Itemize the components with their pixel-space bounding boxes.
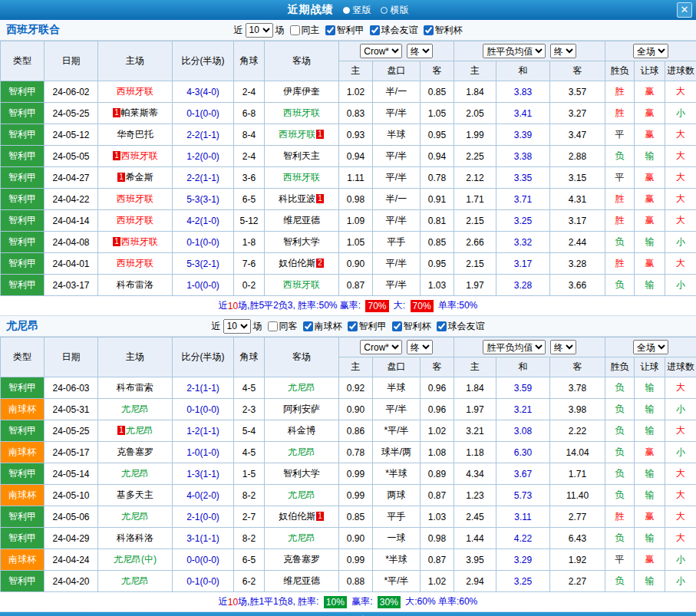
home-team[interactable]: 西班牙联: [98, 81, 173, 103]
avg-final-select[interactable]: 终: [550, 44, 576, 58]
away-team[interactable]: 科金博: [265, 420, 339, 442]
filter-checkbox-1[interactable]: 南球杯: [303, 320, 342, 333]
match-score[interactable]: 1-0(1-0): [173, 442, 234, 463]
close-icon[interactable]: ✕: [677, 2, 692, 18]
filter-checkbox-0[interactable]: 同客: [268, 320, 298, 333]
home-team[interactable]: 西班牙联: [98, 210, 173, 232]
home-team[interactable]: 1尤尼昂: [98, 420, 173, 442]
home-team[interactable]: 尤尼昂: [98, 506, 173, 528]
filter-checkbox-1[interactable]: 智利甲: [325, 24, 364, 37]
league-badge: 智利甲: [1, 124, 45, 146]
radio-selected-icon[interactable]: [343, 7, 350, 14]
checkbox-input[interactable]: [268, 321, 278, 331]
radio-unselected-icon[interactable]: [381, 7, 388, 14]
home-team[interactable]: 1西班牙联: [98, 232, 173, 253]
home-team[interactable]: 克鲁塞罗: [98, 442, 173, 463]
checkbox-input[interactable]: [424, 25, 434, 35]
match-score[interactable]: 0-1(0-0): [173, 571, 234, 592]
filter-checkbox-2[interactable]: 智利甲: [348, 320, 387, 333]
scope-select[interactable]: 全场: [633, 340, 668, 354]
away-team[interactable]: 智利大学: [265, 463, 339, 485]
away-team[interactable]: 西班牙联: [265, 167, 339, 189]
away-team[interactable]: 尤尼昂: [265, 485, 339, 506]
match-score[interactable]: 2-1(0-0): [173, 506, 234, 528]
recent-count-select[interactable]: 10: [223, 319, 251, 334]
home-team[interactable]: 尤尼昂: [98, 463, 173, 485]
away-team[interactable]: 维尼亚德: [265, 210, 339, 232]
home-team[interactable]: 西班牙联: [98, 253, 173, 275]
filter-checkbox-3[interactable]: 智利杯: [392, 320, 431, 333]
away-team[interactable]: 阿利安萨: [265, 399, 339, 420]
away-team[interactable]: 科比亚波1: [265, 189, 339, 210]
home-team[interactable]: 华奇巴托: [98, 124, 173, 146]
away-team[interactable]: 智利大学: [265, 232, 339, 253]
away-team[interactable]: 维尼亚德: [265, 571, 339, 592]
home-team[interactable]: 科洛科洛: [98, 528, 173, 549]
match-score[interactable]: 1-2(0-0): [173, 146, 234, 167]
home-team[interactable]: 尤尼昂: [98, 571, 173, 592]
radio-horizontal-layout[interactable]: 横版: [381, 4, 409, 17]
home-team[interactable]: 科布雷索: [98, 377, 173, 399]
match-score[interactable]: 2-1(1-1): [173, 377, 234, 399]
away-team[interactable]: 奴伯伦斯2: [265, 253, 339, 275]
checkbox-input[interactable]: [303, 321, 313, 331]
checkbox-input[interactable]: [370, 25, 380, 35]
home-team[interactable]: 科布雷洛: [98, 275, 173, 296]
away-team[interactable]: 克鲁塞罗: [265, 549, 339, 571]
checkbox-input[interactable]: [348, 321, 358, 331]
away-team[interactable]: 尤尼昂: [265, 442, 339, 463]
away-team[interactable]: 西班牙联: [265, 275, 339, 296]
home-team[interactable]: 西班牙联: [98, 189, 173, 210]
avg-odds-select[interactable]: 胜平负均值: [483, 44, 546, 58]
odds-final-select[interactable]: 终: [407, 44, 433, 58]
home-team[interactable]: 1希金斯: [98, 167, 173, 189]
match-score[interactable]: 0-1(0-0): [173, 399, 234, 420]
avg-odds-select[interactable]: 胜平负均值: [483, 340, 546, 354]
match-score[interactable]: 1-2(1-1): [173, 420, 234, 442]
match-score[interactable]: 0-1(0-0): [173, 232, 234, 253]
result-handicap: 输: [635, 377, 665, 399]
home-team[interactable]: 1西班牙联: [98, 146, 173, 167]
match-score[interactable]: 3-1(1-1): [173, 528, 234, 549]
away-team[interactable]: 西班牙联1: [265, 124, 339, 146]
filter-checkbox-4[interactable]: 球会友谊: [437, 320, 485, 333]
away-team[interactable]: 奴伯伦斯1: [265, 506, 339, 528]
radio-vertical-layout[interactable]: 竖版: [343, 4, 371, 17]
home-team[interactable]: 尤尼昂(中): [98, 549, 173, 571]
match-score[interactable]: 2-2(1-1): [173, 124, 234, 146]
match-score[interactable]: 2-2(1-1): [173, 167, 234, 189]
checkbox-input[interactable]: [392, 321, 402, 331]
checkbox-input[interactable]: [290, 25, 300, 35]
match-score[interactable]: 0-1(0-0): [173, 103, 234, 124]
away-team[interactable]: 尤尼昂: [265, 377, 339, 399]
odds-company-select[interactable]: Crow*: [360, 44, 402, 58]
match-date: 24-05-12: [45, 124, 98, 146]
checkbox-input[interactable]: [325, 25, 335, 35]
avg-final-select[interactable]: 终: [550, 340, 576, 354]
away-team[interactable]: 尤尼昂: [265, 528, 339, 549]
result-goals: 大: [665, 253, 696, 275]
filter-checkbox-3[interactable]: 智利杯: [424, 24, 463, 37]
home-team[interactable]: 尤尼昂: [98, 399, 173, 420]
home-team[interactable]: 基多天主: [98, 485, 173, 506]
odds-company-select[interactable]: Crow*: [360, 340, 402, 354]
match-score[interactable]: 1-3(1-1): [173, 463, 234, 485]
match-score[interactable]: 4-2(1-0): [173, 210, 234, 232]
match-score[interactable]: 0-0(0-0): [173, 549, 234, 571]
league-trend-footer[interactable]: 联赛盘路走势: [0, 612, 696, 616]
match-score[interactable]: 5-3(3-1): [173, 189, 234, 210]
checkbox-input[interactable]: [437, 321, 447, 331]
away-team[interactable]: 伊库伊奎: [265, 81, 339, 103]
match-score[interactable]: 4-0(2-0): [173, 485, 234, 506]
filter-checkbox-0[interactable]: 同主: [290, 24, 320, 37]
away-team[interactable]: 西班牙联: [265, 103, 339, 124]
recent-count-select[interactable]: 10: [246, 23, 273, 38]
away-team[interactable]: 智利天主: [265, 146, 339, 167]
scope-select[interactable]: 全场: [633, 44, 668, 58]
match-score[interactable]: 5-3(2-1): [173, 253, 234, 275]
filter-checkbox-2[interactable]: 球会友谊: [370, 24, 418, 37]
match-score[interactable]: 1-0(0-0): [173, 275, 234, 296]
match-score[interactable]: 4-3(4-0): [173, 81, 234, 103]
odds-final-select[interactable]: 终: [407, 340, 433, 354]
home-team[interactable]: 1帕莱斯蒂: [98, 103, 173, 124]
